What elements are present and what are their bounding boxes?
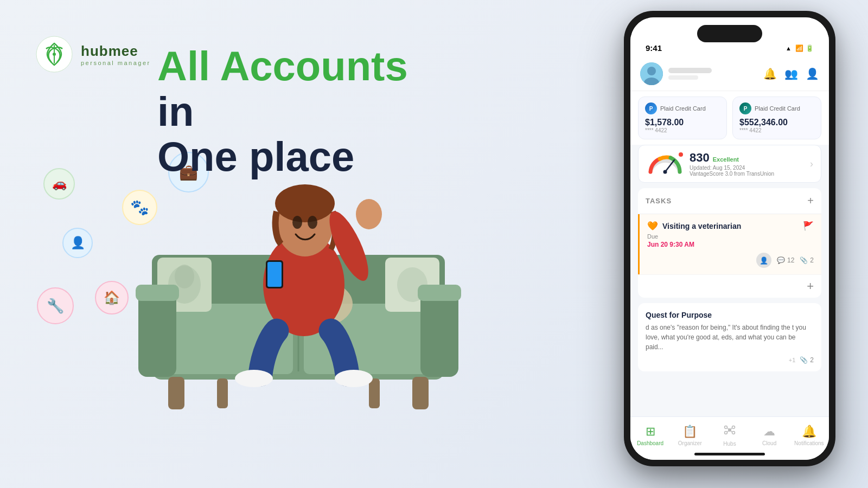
- svg-point-39: [663, 170, 667, 174]
- note-attachment-count: 2: [810, 356, 814, 364]
- hero-scene: [108, 136, 488, 434]
- note-title: Quest for Purpose: [646, 311, 814, 319]
- card-logo-1: P: [645, 102, 657, 114]
- svg-point-41: [724, 426, 727, 428]
- cloud-icon: ☁: [763, 425, 775, 439]
- attachment-icon: 📎: [800, 256, 808, 264]
- svg-line-47: [727, 431, 729, 432]
- phone-frame: 9:41 ▲ 📶 🔋: [624, 11, 835, 466]
- svg-rect-19: [138, 290, 176, 377]
- svg-point-44: [732, 431, 735, 434]
- nav-hubs[interactable]: Hubs: [713, 424, 746, 447]
- task-due-label: Due: [647, 233, 814, 240]
- credit-score-section[interactable]: 830 Excellent Updated: Aug 15, 2024 Vant…: [638, 145, 821, 183]
- task-attachments-stat: 📎 2: [800, 256, 814, 264]
- svg-point-32: [356, 199, 382, 229]
- add-task-button[interactable]: +: [807, 279, 814, 293]
- user-avatar: [640, 62, 663, 85]
- phone-notch: [697, 25, 762, 42]
- svg-rect-16: [412, 377, 429, 409]
- card-number-1: **** 4422: [645, 127, 720, 133]
- svg-point-27: [292, 216, 302, 229]
- svg-rect-21: [136, 285, 179, 301]
- svg-point-26: [275, 184, 335, 222]
- score-chevron-icon[interactable]: ›: [810, 158, 813, 170]
- task-footer: 👤 💬 12 📎 2: [647, 253, 814, 268]
- svg-line-48: [731, 431, 732, 432]
- note-footer: +1 📎 2: [646, 356, 814, 364]
- nav-dashboard[interactable]: ⊞ Dashboard: [634, 425, 667, 446]
- note-card[interactable]: Quest for Purpose d as one's "reason for…: [638, 303, 821, 371]
- nav-notifications[interactable]: 🔔 Notifications: [793, 425, 825, 446]
- person-icon: 👤: [62, 228, 93, 258]
- nav-cloud[interactable]: ☁ Cloud: [753, 425, 786, 446]
- status-time: 9:41: [646, 43, 662, 53]
- task-category-icon: 🧡: [647, 221, 658, 231]
- card-amount-2: $552,346.00: [739, 118, 814, 127]
- score-gauge-container: [646, 151, 684, 176]
- task-label-row: 🧡 Visiting a veterinarian: [647, 221, 741, 231]
- logo-icon: [35, 35, 73, 73]
- logo-tagline: personal manager: [81, 60, 151, 66]
- score-updated: Updated: Aug 15, 2024: [690, 165, 810, 171]
- user-actions[interactable]: 🔔 👥 👤: [763, 67, 819, 80]
- tasks-add-button[interactable]: +: [807, 195, 814, 207]
- notifications-label: Notifications: [794, 440, 824, 446]
- task-item-vet[interactable]: 🧡 Visiting a veterinarian 🚩 Due Jun 20 9…: [638, 214, 821, 274]
- tools-icon: 🔧: [37, 287, 74, 324]
- profile-icon[interactable]: 👤: [806, 67, 819, 80]
- organizer-icon: 📋: [682, 425, 697, 439]
- task-name: Visiting a veterinarian: [662, 222, 741, 230]
- score-rating: Excellent: [713, 156, 739, 163]
- dashboard-label: Dashboard: [637, 440, 663, 446]
- svg-rect-15: [168, 377, 184, 409]
- card-name-2: Plaid Credit Card: [755, 105, 800, 112]
- svg-point-33: [235, 370, 273, 387]
- cloud-label: Cloud: [762, 440, 776, 446]
- logo-area: hubmee personal manager: [35, 35, 151, 73]
- logo-name: hubmee: [81, 43, 151, 60]
- notification-icon[interactable]: 🔔: [763, 67, 777, 80]
- comments-icon: 💬: [777, 256, 785, 264]
- cards-row: P Plaid Credit Card $1,578.00 **** 4422 …: [630, 91, 829, 145]
- svg-point-1: [53, 53, 56, 56]
- svg-point-42: [732, 426, 735, 428]
- card-logo-2: P: [739, 102, 751, 114]
- note-like-count: +1: [789, 357, 796, 363]
- nav-organizer[interactable]: 📋 Organizer: [674, 425, 706, 446]
- tasks-section: TASKS + 🧡 Visiting a veterinarian 🚩 Du: [638, 188, 821, 298]
- task-due-date: Jun 20 9:30 AM: [647, 241, 814, 248]
- svg-point-11: [175, 265, 194, 288]
- note-attachment: 📎 2: [800, 356, 814, 364]
- credit-card-1[interactable]: P Plaid Credit Card $1,578.00 **** 4422: [638, 97, 727, 139]
- organizer-label: Organizer: [678, 440, 702, 446]
- svg-point-36: [647, 67, 656, 75]
- task-flag-icon: 🚩: [803, 221, 814, 231]
- add-task-row: +: [638, 274, 821, 298]
- task-assignee-avatar: 👤: [756, 253, 771, 268]
- phone-container: 9:41 ▲ 📶 🔋: [624, 11, 835, 477]
- note-text: d as one's "reason for being," It's abou…: [646, 323, 814, 352]
- svg-rect-18: [369, 378, 380, 408]
- svg-rect-17: [217, 378, 228, 408]
- score-info: 830 Excellent Updated: Aug 15, 2024 Vant…: [684, 151, 810, 177]
- svg-rect-22: [418, 285, 461, 301]
- tasks-title: TASKS: [646, 197, 672, 205]
- card-number-2: **** 4422: [739, 127, 814, 133]
- dashboard-icon: ⊞: [646, 425, 655, 439]
- task-comments-stat: 💬 12: [777, 256, 794, 264]
- svg-point-28: [308, 216, 317, 229]
- user-bar: 🔔 👥 👤: [630, 57, 829, 91]
- svg-rect-20: [420, 290, 458, 377]
- home-indicator: [694, 453, 765, 455]
- headline-line2: in: [157, 89, 408, 134]
- credit-card-2[interactable]: P Plaid Credit Card $552,346.00 **** 442…: [732, 97, 821, 139]
- hubs-icon: [724, 424, 736, 439]
- headline-line1: All Accounts: [157, 43, 408, 89]
- svg-point-43: [724, 431, 727, 434]
- card-name-1: Plaid Credit Card: [660, 105, 706, 112]
- user-greeting: [663, 68, 763, 80]
- contacts-icon[interactable]: 👥: [784, 67, 798, 80]
- svg-line-46: [731, 428, 732, 429]
- app-content: 🔔 👥 👤 P Plaid Credit Card $1,578.00 ****…: [630, 57, 829, 460]
